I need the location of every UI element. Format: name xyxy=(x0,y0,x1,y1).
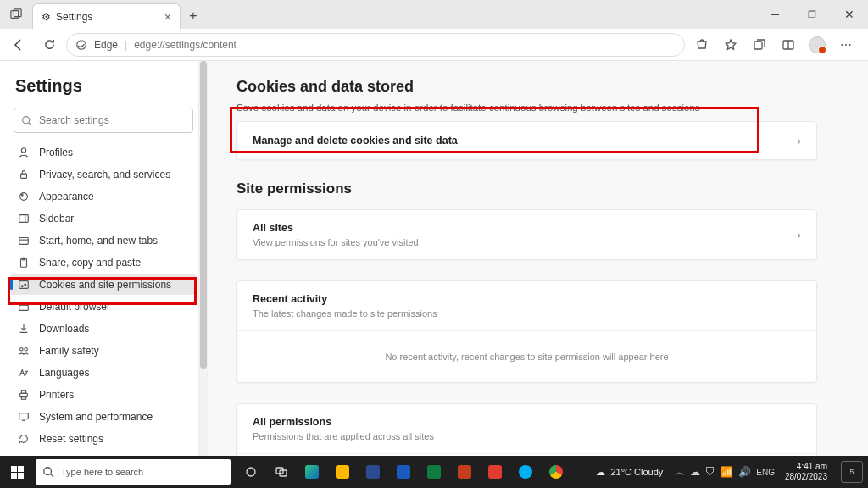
svg-rect-3 xyxy=(754,42,762,49)
cookies-heading: Cookies and data stored xyxy=(236,78,817,96)
nav-family[interactable]: Family safety xyxy=(10,341,197,361)
nav-printers[interactable]: Printers xyxy=(10,385,197,405)
svg-point-19 xyxy=(21,286,23,287)
explorer-app-icon[interactable] xyxy=(327,456,358,488)
action-center-button[interactable]: 5 xyxy=(841,461,863,483)
nav-system[interactable]: System and performance xyxy=(10,407,197,427)
weather-text: 21°C Cloudy xyxy=(610,467,663,477)
clock-date: 28/02/2023 xyxy=(785,472,827,482)
taskbar-search-placeholder: Type here to search xyxy=(61,467,143,477)
more-menu-button[interactable]: ⋯ xyxy=(832,32,860,58)
svg-rect-26 xyxy=(21,391,25,394)
notification-count: 5 xyxy=(849,468,854,476)
recent-activity-title: Recent activity xyxy=(253,293,801,305)
settings-nav: Profiles Privacy, search, and services A… xyxy=(10,141,197,488)
collections-icon[interactable] xyxy=(746,32,773,58)
profile-button[interactable] xyxy=(804,32,831,58)
shopping-icon[interactable] xyxy=(688,32,715,58)
powerpoint-app-icon[interactable] xyxy=(449,456,480,488)
settings-search[interactable] xyxy=(14,108,193,133)
edge-logo-icon xyxy=(75,39,87,51)
title-bar: ⚙ Settings × + ❐ ✕ xyxy=(0,0,868,29)
chat-icon[interactable] xyxy=(266,456,297,488)
taskbar-clock[interactable]: 4:41 am 28/02/2023 xyxy=(780,462,832,482)
taskbar-search[interactable]: Type here to search xyxy=(36,459,231,485)
wifi-icon[interactable]: 📶 xyxy=(721,466,733,478)
browser-toolbar: Edge | edge://settings/content ⋯ xyxy=(0,29,868,61)
reset-icon xyxy=(17,433,31,445)
all-sites-row[interactable]: All sites View permissions for sites you… xyxy=(237,210,816,259)
site-permissions-heading: Site permissions xyxy=(236,180,817,197)
word-app-icon[interactable] xyxy=(388,456,419,488)
defender-icon[interactable]: ⛉ xyxy=(705,466,715,478)
window-maximize-button[interactable]: ❐ xyxy=(793,0,831,29)
search-icon xyxy=(21,115,32,126)
panel-icon xyxy=(17,213,31,225)
store-app-icon[interactable] xyxy=(358,456,388,488)
nav-default-browser[interactable]: Default browser xyxy=(10,297,197,317)
windows-logo-icon xyxy=(11,466,24,479)
excel-app-icon[interactable] xyxy=(419,456,449,488)
address-url: edge://settings/content xyxy=(134,39,236,51)
close-tab-button[interactable]: × xyxy=(164,10,171,24)
back-button[interactable] xyxy=(5,32,32,58)
paint-icon xyxy=(17,191,31,202)
svg-point-10 xyxy=(20,193,28,201)
address-bar[interactable]: Edge | edge://settings/content xyxy=(66,33,685,57)
refresh-button[interactable] xyxy=(36,32,63,58)
sidebar-scrollbar[interactable] xyxy=(198,61,207,456)
chevron-up-icon[interactable]: ︿ xyxy=(675,465,685,480)
manage-cookies-card: Manage and delete cookies and site data … xyxy=(236,121,817,160)
nav-downloads[interactable]: Downloads xyxy=(10,319,197,339)
split-screen-icon[interactable] xyxy=(775,32,802,58)
browser-tab-settings[interactable]: ⚙ Settings × xyxy=(32,3,181,29)
all-sites-desc: View permissions for sites you've visite… xyxy=(253,237,419,247)
skype-app-icon[interactable] xyxy=(510,456,541,488)
printer-icon xyxy=(17,389,31,401)
new-tab-button[interactable]: + xyxy=(181,3,206,29)
nav-reset[interactable]: Reset settings xyxy=(10,429,197,449)
tab-title: Settings xyxy=(56,11,92,23)
nav-profiles[interactable]: Profiles xyxy=(10,142,197,163)
avatar-icon xyxy=(809,36,826,53)
settings-search-input[interactable] xyxy=(39,114,186,126)
volume-icon[interactable]: 🔊 xyxy=(738,466,751,478)
nav-privacy[interactable]: Privacy, search, and services xyxy=(10,164,197,185)
download-icon xyxy=(17,323,31,335)
edge-app-icon[interactable] xyxy=(297,456,327,488)
weather-widget[interactable]: ☁ 21°C Cloudy xyxy=(596,467,663,478)
recent-activity-card: Recent activity The latest changes made … xyxy=(236,280,817,383)
nav-languages[interactable]: Languages xyxy=(10,363,197,383)
all-sites-title: All sites xyxy=(253,222,419,234)
taskview-button[interactable] xyxy=(236,456,266,488)
svg-point-20 xyxy=(25,284,26,286)
settings-title: Settings xyxy=(15,76,197,96)
window-close-button[interactable]: ✕ xyxy=(831,0,868,29)
nav-cookies[interactable]: Cookies and site permissions xyxy=(10,274,197,295)
search-icon xyxy=(42,466,54,478)
cloud-icon: ☁ xyxy=(596,467,605,478)
language-icon xyxy=(17,367,31,379)
system-tray: ☁ 21°C Cloudy ︿ ☁ ⛉ 📶 🔊 ENG 4:41 am 28/0… xyxy=(591,456,868,488)
nav-sidebar[interactable]: Sidebar xyxy=(10,208,197,229)
favorite-icon[interactable] xyxy=(717,32,744,58)
language-icon[interactable]: ENG xyxy=(756,468,775,477)
recent-activity-desc: The latest changes made to site permissi… xyxy=(253,308,801,319)
recent-activity-empty: No recent activity, recent changes to si… xyxy=(237,331,816,382)
nav-share-copy[interactable]: Share, copy and paste xyxy=(10,252,197,273)
wps-app-icon[interactable] xyxy=(480,456,510,488)
window-minimize-button[interactable] xyxy=(756,0,793,29)
sidebar-scroll-thumb[interactable] xyxy=(200,61,207,369)
all-permissions-title: All permissions xyxy=(253,416,801,428)
chrome-app-icon[interactable] xyxy=(541,456,571,488)
nav-appearance[interactable]: Appearance xyxy=(10,186,197,207)
nav-start-home[interactable]: Start, home, and new tabs xyxy=(10,230,197,251)
manage-cookies-row[interactable]: Manage and delete cookies and site data … xyxy=(237,122,816,159)
onedrive-icon[interactable]: ☁ xyxy=(690,466,700,478)
svg-rect-12 xyxy=(19,215,29,223)
chevron-right-icon: › xyxy=(797,228,801,241)
start-button[interactable] xyxy=(0,456,34,488)
all-permissions-card: All permissions Permissions that are app… xyxy=(236,403,817,456)
tab-overview-button[interactable] xyxy=(0,0,32,29)
clipboard-icon xyxy=(17,257,31,269)
